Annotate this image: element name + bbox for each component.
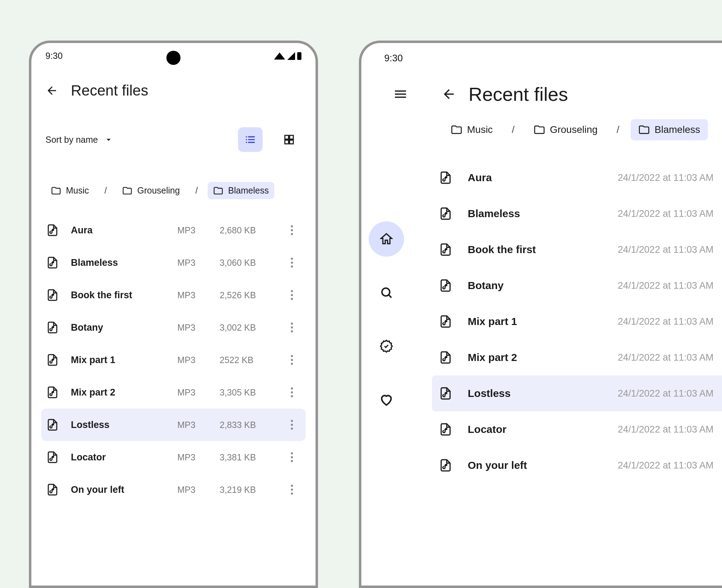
- more-options-button[interactable]: [283, 485, 301, 495]
- file-row[interactable]: On your left MP3 3,219 KB: [41, 473, 306, 506]
- back-icon[interactable]: [45, 84, 58, 97]
- file-date: 24/1/2022 at 11:03 AM: [618, 388, 714, 399]
- tablet-body: Music/Grouseling/Blameless Aura 24/1/202…: [361, 116, 722, 483]
- sort-button[interactable]: Sort by name: [45, 135, 114, 145]
- file-size: 2522 KB: [220, 355, 280, 365]
- chevron-down-icon: [104, 135, 114, 145]
- audio-file-icon: [439, 423, 452, 436]
- file-name: Mix part 2: [71, 387, 174, 398]
- file-type: MP3: [177, 355, 216, 365]
- file-size: 2,680 KB: [220, 225, 280, 235]
- audio-file-icon: [439, 243, 452, 256]
- file-row[interactable]: Botany MP3 3,002 KB: [41, 311, 306, 344]
- more-options-button[interactable]: [283, 323, 301, 332]
- status-time: 9:30: [384, 53, 403, 63]
- file-date: 24/1/2022 at 11:03 AM: [618, 280, 714, 291]
- breadcrumb-item[interactable]: Grouseling: [117, 182, 185, 199]
- more-options-button[interactable]: [283, 452, 301, 462]
- breadcrumb-label: Grouseling: [137, 185, 180, 196]
- more-options-button[interactable]: [283, 387, 301, 397]
- breadcrumb-label: Music: [467, 124, 493, 135]
- file-row[interactable]: Lostless MP3 2,833 KB: [41, 409, 306, 441]
- file-row[interactable]: Mix part 2 24/1/2022 at 11:03 AM: [432, 339, 722, 375]
- audio-file-icon: [46, 321, 59, 334]
- file-row[interactable]: Mix part 1 MP3 2522 KB: [41, 344, 306, 376]
- folder-icon: [122, 186, 132, 196]
- audio-file-icon: [46, 451, 59, 464]
- view-toggles: [238, 127, 301, 152]
- file-type: MP3: [177, 225, 216, 235]
- grid-view-button[interactable]: [277, 127, 301, 152]
- tablet-content: Music/Grouseling/Blameless Aura 24/1/202…: [411, 116, 722, 483]
- audio-file-icon: [439, 171, 452, 184]
- file-name: Locator: [71, 452, 174, 463]
- breadcrumb-item[interactable]: Music: [443, 119, 501, 140]
- audio-file-icon: [46, 483, 59, 496]
- more-options-button[interactable]: [283, 290, 301, 300]
- nav-rail: [361, 116, 411, 483]
- breadcrumb-item[interactable]: Grouseling: [526, 119, 605, 140]
- file-row[interactable]: Botany 24/1/2022 at 11:03 AM: [432, 268, 722, 304]
- breadcrumb-label: Grouseling: [550, 124, 598, 135]
- breadcrumb-separator: /: [104, 185, 107, 196]
- file-date: 24/1/2022 at 11:03 AM: [618, 460, 714, 471]
- file-type: MP3: [177, 387, 216, 398]
- status-bar: 9:30: [31, 43, 316, 65]
- file-name: Mix part 1: [71, 355, 174, 366]
- more-options-button[interactable]: [283, 225, 301, 235]
- file-row[interactable]: Book the first MP3 2,526 KB: [41, 279, 306, 311]
- file-type: MP3: [177, 323, 216, 333]
- audio-file-icon: [439, 351, 452, 364]
- file-size: 2,833 KB: [220, 420, 280, 430]
- breadcrumb-separator: /: [617, 124, 619, 135]
- folder-icon: [51, 186, 61, 196]
- audio-file-icon: [46, 354, 59, 366]
- nav-home-button[interactable]: [369, 221, 404, 257]
- folder-icon: [451, 124, 462, 135]
- file-row[interactable]: Mix part 1 24/1/2022 at 11:03 AM: [432, 304, 722, 339]
- file-row[interactable]: Blameless MP3 3,060 KB: [41, 246, 306, 279]
- file-type: MP3: [177, 420, 216, 430]
- breadcrumb: Music/Grouseling/Blameless: [31, 163, 316, 210]
- breadcrumb-item[interactable]: Blameless: [208, 182, 274, 199]
- nav-search-button[interactable]: [369, 275, 404, 310]
- nav-verified-button[interactable]: [369, 329, 404, 364]
- wifi-icon: [274, 53, 285, 60]
- nav-favorites-button[interactable]: [369, 382, 404, 417]
- file-size: 3,381 KB: [220, 452, 280, 463]
- more-options-button[interactable]: [283, 420, 301, 430]
- breadcrumb-item[interactable]: Music: [45, 182, 94, 199]
- file-type: MP3: [177, 485, 216, 495]
- file-row[interactable]: Lostless 24/1/2022 at 11:03 AM: [432, 375, 722, 411]
- folder-icon: [534, 124, 545, 135]
- list-view-button[interactable]: [238, 127, 263, 152]
- signal-icon: [287, 52, 295, 60]
- file-row[interactable]: Locator 24/1/2022 at 11:03 AM: [432, 411, 722, 447]
- file-row[interactable]: Book the first 24/1/2022 at 11:03 AM: [432, 232, 722, 268]
- audio-file-icon: [46, 256, 59, 269]
- file-row[interactable]: Mix part 2 MP3 3,305 KB: [41, 376, 306, 409]
- file-type: MP3: [177, 290, 216, 300]
- breadcrumb-item[interactable]: Blameless: [631, 119, 708, 140]
- more-options-button[interactable]: [283, 258, 301, 268]
- audio-file-icon: [439, 207, 452, 220]
- file-date: 24/1/2022 at 11:03 AM: [618, 424, 714, 435]
- phone-device: 9:30 Recent files Sort by name Music/Gro…: [29, 41, 318, 588]
- file-row[interactable]: Blameless 24/1/2022 at 11:03 AM: [432, 196, 722, 232]
- file-name: Aura: [468, 172, 613, 184]
- audio-file-icon: [46, 224, 59, 237]
- file-row[interactable]: Aura 24/1/2022 at 11:03 AM: [432, 160, 722, 196]
- file-name: Mix part 1: [468, 316, 613, 327]
- more-options-button[interactable]: [283, 355, 301, 365]
- menu-icon[interactable]: [393, 87, 408, 102]
- file-row[interactable]: Locator MP3 3,381 KB: [41, 441, 306, 473]
- file-date: 24/1/2022 at 11:03 AM: [618, 172, 714, 183]
- title-bar: Recent files: [31, 65, 316, 110]
- file-name: Blameless: [468, 208, 613, 220]
- audio-file-icon: [439, 459, 452, 472]
- file-list: Aura 24/1/2022 at 11:03 AM Blameless 24/…: [411, 160, 722, 483]
- file-row[interactable]: On your left 24/1/2022 at 11:03 AM: [432, 447, 722, 483]
- file-name: Locator: [468, 423, 613, 435]
- back-icon[interactable]: [441, 87, 456, 102]
- file-row[interactable]: Aura MP3 2,680 KB: [41, 214, 306, 246]
